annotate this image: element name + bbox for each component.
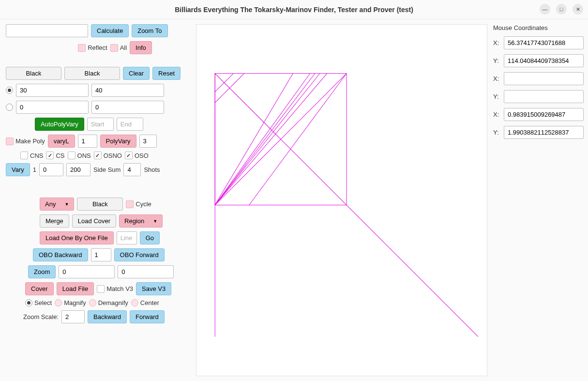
zoom-to-button[interactable]: Zoom To — [132, 24, 167, 37]
varyl-button[interactable]: varyL — [48, 135, 75, 148]
svg-line-8 — [215, 74, 293, 205]
backward-button[interactable]: Backward — [88, 310, 127, 323]
obo-backward-button[interactable]: OBO Backward — [33, 248, 88, 261]
cover-button[interactable]: Cover — [25, 282, 54, 295]
canvas[interactable] — [196, 24, 487, 376]
y2-label: Y: — [493, 93, 500, 100]
autopolyvary-button[interactable]: AutoPolyVary — [35, 118, 84, 131]
coords-heading: Mouse Coordinates — [493, 24, 584, 31]
all-checkbox[interactable]: All — [110, 44, 127, 52]
angle-a2-input[interactable] — [91, 84, 164, 97]
match-v3-checkbox[interactable]: Match V3 — [97, 285, 133, 293]
magnify-radio[interactable]: Magnify — [55, 299, 86, 306]
merge-button[interactable]: Merge — [40, 214, 69, 228]
angle-radio-1[interactable] — [6, 87, 13, 94]
reset-button[interactable]: Reset — [152, 67, 181, 80]
oso-checkbox[interactable]: OSO — [125, 152, 149, 159]
x1-label: X: — [493, 39, 500, 46]
vary-label1: 1 — [33, 166, 36, 173]
svg-line-5 — [215, 74, 319, 205]
osno-checkbox[interactable]: OSNO — [94, 152, 122, 159]
angle-a1-input[interactable] — [16, 84, 89, 97]
side-sum-label: Side Sum — [93, 166, 121, 173]
angle-b1-input[interactable] — [16, 101, 89, 114]
zoom-scale-input[interactable] — [61, 310, 85, 323]
info-button[interactable]: Info — [130, 41, 152, 54]
ons-checkbox[interactable]: ONS — [68, 152, 91, 159]
maximize-button[interactable]: □ — [556, 4, 567, 15]
vary-input2[interactable] — [39, 163, 63, 176]
y2-input[interactable] — [504, 90, 584, 103]
center-radio[interactable]: Center — [131, 299, 159, 306]
right-panel: Mouse Coordinates X: Y: X: Y: X: Y: — [489, 19, 588, 381]
demagnify-radio[interactable]: Demagnify — [89, 299, 128, 306]
save-v3-button[interactable]: Save V3 — [136, 282, 171, 295]
y1-input[interactable] — [504, 54, 584, 67]
minimize-button[interactable]: — — [540, 4, 550, 15]
svg-line-9 — [249, 74, 347, 205]
obo-forward-button[interactable]: OBO Forward — [114, 248, 165, 261]
load-file-button[interactable]: Load File — [57, 282, 94, 295]
window-title: Billiards Everything The Tokarsky-Marino… — [175, 6, 413, 14]
polyvary-button[interactable]: PolyVary — [100, 135, 136, 148]
cns-checkbox[interactable]: CNS — [20, 152, 43, 159]
x2-input[interactable] — [504, 72, 584, 85]
chevron-down-icon: ▼ — [153, 219, 157, 224]
varyl-input[interactable] — [78, 135, 97, 148]
end-input[interactable] — [117, 118, 143, 131]
titlebar: Billiards Everything The Tokarsky-Marino… — [0, 0, 588, 19]
region-dropdown[interactable]: Region▼ — [119, 214, 163, 228]
left-panel: Calculate Zoom To Reflect All Info Black… — [0, 19, 196, 381]
polyvary-input[interactable] — [139, 135, 157, 148]
svg-line-4 — [215, 74, 327, 205]
start-input[interactable] — [87, 118, 114, 131]
y3-label: Y: — [493, 129, 500, 136]
x3-label: X: — [493, 111, 500, 118]
calculate-button[interactable]: Calculate — [91, 24, 129, 37]
reflect-checkbox[interactable]: Reflect — [78, 44, 107, 52]
select-radio[interactable]: Select — [25, 299, 52, 306]
zoom-button[interactable]: Zoom — [28, 265, 56, 278]
window-controls: — □ ✕ — [540, 4, 583, 15]
vary-input3[interactable] — [66, 163, 90, 176]
x1-input[interactable] — [504, 36, 584, 49]
black2-button[interactable]: Black — [64, 67, 120, 80]
side-sum-input[interactable] — [123, 163, 141, 176]
cs-checkbox[interactable]: CS — [46, 152, 64, 159]
line-input[interactable] — [117, 231, 137, 244]
forward-button[interactable]: Forward — [130, 310, 165, 323]
black1-button[interactable]: Black — [6, 67, 61, 80]
vary-button[interactable]: Vary — [6, 163, 30, 176]
zoom-scale-label: Zoom Scale: — [23, 313, 59, 320]
svg-line-6 — [215, 74, 315, 205]
close-button[interactable]: ✕ — [573, 4, 583, 15]
svg-line-7 — [215, 74, 310, 205]
chevron-down-icon: ▼ — [64, 202, 69, 207]
clear-button[interactable]: Clear — [123, 67, 150, 80]
cycle-checkbox[interactable]: Cycle — [126, 200, 151, 208]
y3-input[interactable] — [504, 126, 584, 139]
zoom-a-input[interactable] — [59, 265, 115, 278]
main-input[interactable] — [6, 24, 88, 37]
x2-label: X: — [493, 75, 500, 82]
obo-input[interactable] — [91, 248, 111, 261]
zoom-b-input[interactable] — [118, 265, 174, 278]
load-obo-button[interactable]: Load One By One File — [40, 231, 114, 244]
make-poly-checkbox[interactable]: Make Poly — [6, 137, 45, 145]
angle-radio-2[interactable] — [6, 104, 13, 111]
y1-label: Y: — [493, 57, 500, 64]
x3-input[interactable] — [504, 108, 584, 121]
billiard-plot — [196, 25, 487, 376]
angle-b2-input[interactable] — [91, 101, 164, 114]
load-cover-button[interactable]: Load Cover — [72, 214, 116, 228]
black3-button[interactable]: Black — [77, 198, 123, 211]
any-dropdown[interactable]: Any▼ — [40, 198, 74, 211]
go-button[interactable]: Go — [140, 231, 160, 244]
shots-label: Shots — [144, 166, 160, 173]
